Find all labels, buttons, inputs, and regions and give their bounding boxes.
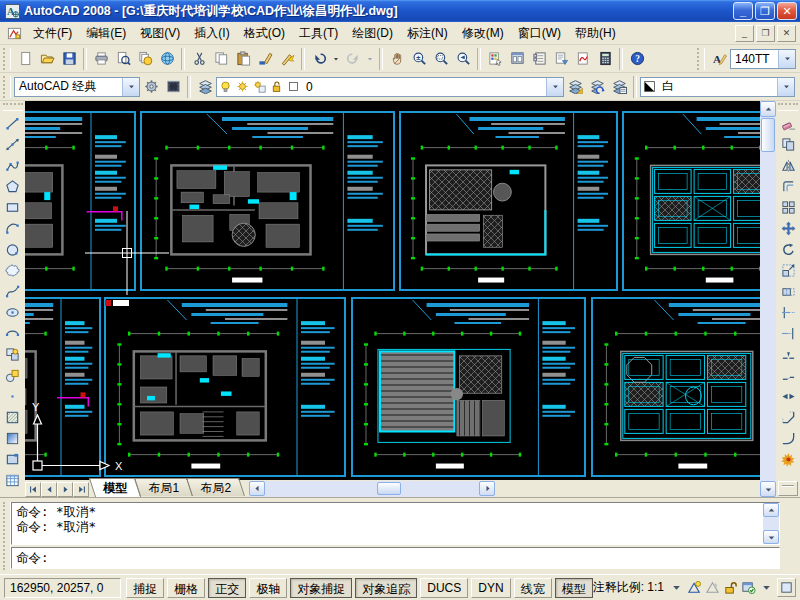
paste-icon[interactable]: [232, 48, 254, 70]
zoom-window-icon[interactable]: [430, 48, 452, 70]
new-icon[interactable]: [14, 48, 36, 70]
chamfer-icon[interactable]: [778, 407, 799, 428]
construction-line-icon[interactable]: [2, 134, 23, 155]
auto-annotate-icon[interactable]: [705, 580, 720, 595]
status-menu-caret-icon[interactable]: [759, 580, 774, 595]
status-toggle-3[interactable]: 极轴: [249, 578, 287, 598]
offset-icon[interactable]: [778, 176, 799, 197]
doc-close-button[interactable]: ✕: [777, 25, 796, 42]
insert-block-icon[interactable]: [2, 344, 23, 365]
ellipse-arc-icon[interactable]: [2, 323, 23, 344]
hatch-icon[interactable]: [2, 407, 23, 428]
menu-item-0[interactable]: 文件(F): [26, 22, 79, 45]
make-block-icon[interactable]: [2, 365, 23, 386]
spline-icon[interactable]: [2, 281, 23, 302]
clean-screen-button[interactable]: [777, 578, 796, 597]
point-icon[interactable]: [2, 386, 23, 407]
combo-arrow-icon[interactable]: [778, 50, 795, 68]
3d-dwf-icon[interactable]: [156, 48, 178, 70]
menu-item-1[interactable]: 编辑(E): [79, 22, 133, 45]
annotation-scale-value[interactable]: 1:1: [647, 580, 664, 594]
tray-settings-icon[interactable]: [741, 580, 756, 595]
toolbar-grip-box[interactable]: [778, 481, 798, 496]
properties-icon[interactable]: [484, 48, 506, 70]
text-style-combo[interactable]: 140TT: [730, 49, 796, 69]
rotate-icon[interactable]: [778, 239, 799, 260]
status-toggle-5[interactable]: 对象追踪: [355, 578, 417, 598]
layer-previous-icon[interactable]: [586, 76, 608, 98]
color-combo[interactable]: 白: [640, 77, 795, 97]
scroll-up-button[interactable]: [760, 101, 776, 117]
mirror-icon[interactable]: [778, 155, 799, 176]
first-tab-button[interactable]: [25, 482, 41, 497]
save-icon[interactable]: [58, 48, 80, 70]
menu-item-5[interactable]: 工具(T): [292, 22, 345, 45]
layer-combo[interactable]: 0: [216, 77, 564, 97]
table-icon[interactable]: [2, 470, 23, 491]
tab-model[interactable]: 模型: [89, 478, 141, 497]
layer-unlock-icon[interactable]: [269, 79, 284, 94]
break-icon[interactable]: [778, 365, 799, 386]
undo-icon[interactable]: [308, 48, 330, 70]
last-tab-button[interactable]: [73, 482, 89, 497]
revision-cloud-icon[interactable]: [2, 260, 23, 281]
redo-icon[interactable]: [342, 48, 364, 70]
workspace-combo[interactable]: AutoCAD 经典: [14, 77, 140, 97]
zoom-previous-icon[interactable]: [452, 48, 474, 70]
title-bar[interactable]: A AutoCAD 2008 - [G:\重庆时代培训学校\CAD作业\徐昌明作…: [0, 0, 800, 22]
menu-item-3[interactable]: 插入(I): [187, 22, 236, 45]
position-lock-icon[interactable]: [723, 580, 738, 595]
command-scrollbar[interactable]: [763, 503, 779, 544]
markup-manager-icon[interactable]: [572, 48, 594, 70]
layer-vp-freeze-icon[interactable]: [252, 79, 267, 94]
copy-object-icon[interactable]: [778, 134, 799, 155]
doc-minimize-button[interactable]: _: [735, 25, 754, 42]
command-history[interactable]: 命令: *取消*命令: *取消*: [11, 502, 780, 545]
polygon-icon[interactable]: [2, 176, 23, 197]
match-properties-icon[interactable]: [254, 48, 276, 70]
ellipse-icon[interactable]: [2, 302, 23, 323]
previous-tab-button[interactable]: [41, 482, 57, 497]
join-icon[interactable]: [778, 386, 799, 407]
combo-arrow-icon[interactable]: [546, 78, 563, 96]
toolbar-grip[interactable]: [3, 76, 11, 98]
rectangle-icon[interactable]: [2, 197, 23, 218]
break-at-point-icon[interactable]: [778, 344, 799, 365]
status-toggle-0[interactable]: 捕捉: [126, 578, 164, 598]
stretch-icon[interactable]: [778, 281, 799, 302]
array-icon[interactable]: [778, 197, 799, 218]
copy-icon[interactable]: [210, 48, 232, 70]
pan-icon[interactable]: [386, 48, 408, 70]
scale-icon[interactable]: [778, 260, 799, 281]
line-icon[interactable]: [2, 113, 23, 134]
status-toggle-7[interactable]: DYN: [471, 578, 510, 598]
command-scroll-up-button[interactable]: [763, 503, 779, 517]
trim-icon[interactable]: [778, 302, 799, 323]
combo-arrow-icon[interactable]: [777, 78, 794, 96]
tool-palettes-icon[interactable]: [528, 48, 550, 70]
minimize-button[interactable]: _: [733, 2, 753, 20]
tab-layout2[interactable]: 布局2: [186, 478, 245, 496]
vertical-scroll-thumb[interactable]: [761, 118, 775, 152]
plot-icon[interactable]: [90, 48, 112, 70]
vertical-scrollbar[interactable]: [760, 101, 776, 497]
layer-on-icon[interactable]: [218, 79, 233, 94]
plot-preview-icon[interactable]: [112, 48, 134, 70]
status-toggle-4[interactable]: 对象捕捉: [290, 578, 352, 598]
cut-icon[interactable]: [188, 48, 210, 70]
my-workspace-icon[interactable]: [162, 76, 184, 98]
explode-icon[interactable]: [778, 449, 799, 470]
redo-caret-icon[interactable]: [364, 48, 376, 70]
command-window-grip[interactable]: [3, 502, 11, 570]
drawing-canvas[interactable]: YX: [25, 101, 760, 480]
layer-states-manager-icon[interactable]: [608, 76, 630, 98]
region-icon[interactable]: [2, 449, 23, 470]
menu-item-10[interactable]: 帮助(H): [568, 22, 623, 45]
scroll-down-button[interactable]: [760, 481, 776, 497]
combo-arrow-icon[interactable]: [122, 78, 139, 96]
move-icon[interactable]: [778, 218, 799, 239]
status-toggle-8[interactable]: 线宽: [514, 578, 552, 598]
workspace-settings-icon[interactable]: [140, 76, 162, 98]
text-style-icon[interactable]: A: [708, 48, 730, 70]
next-tab-button[interactable]: [57, 482, 73, 497]
